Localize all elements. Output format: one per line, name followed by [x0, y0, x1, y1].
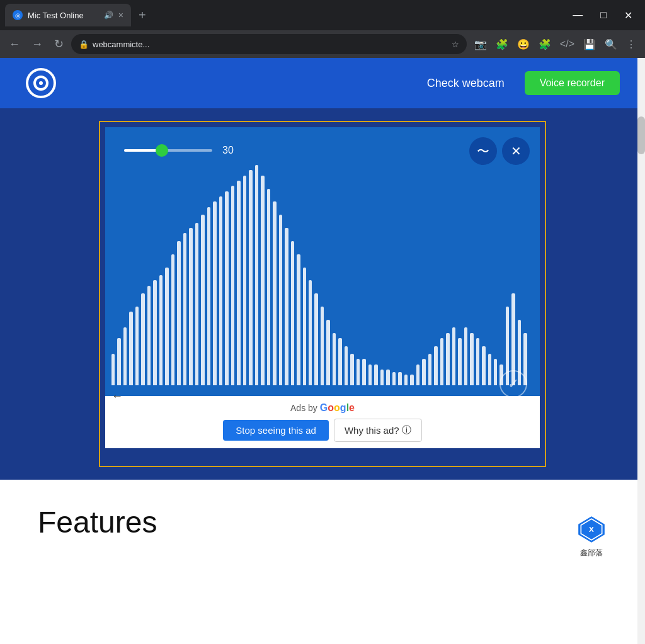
- refresh-button[interactable]: ↻: [50, 35, 67, 54]
- viz-bar: [279, 215, 282, 385]
- info-icon: ⓘ: [402, 424, 411, 436]
- tab-favicon: ◎: [13, 10, 23, 20]
- features-title: Features: [38, 505, 607, 539]
- lock-icon: 🔒: [79, 40, 89, 49]
- viz-bar: [153, 280, 156, 385]
- viz-bar: [183, 233, 186, 385]
- camera-icon[interactable]: 📷: [471, 36, 491, 53]
- viz-bar: [434, 346, 437, 386]
- viz-bar: [464, 327, 467, 385]
- features-logo-icon: X: [576, 514, 607, 545]
- extensions-icon[interactable]: 🧩: [492, 36, 512, 53]
- viz-bar: [338, 338, 341, 385]
- viz-bar: [452, 327, 455, 385]
- viz-bar: [267, 189, 270, 386]
- google-logo: Google: [320, 402, 355, 414]
- viz-bar: [249, 170, 252, 385]
- slider-thumb[interactable]: [156, 144, 168, 157]
- voice-recorder-button[interactable]: Voice recorder: [525, 71, 620, 95]
- emoji-icon[interactable]: 😀: [513, 36, 534, 53]
- why-this-button[interactable]: Why this ad? ⓘ: [334, 419, 422, 442]
- viz-bar: [470, 333, 473, 385]
- viz-bar: [219, 196, 222, 385]
- viz-bar: [446, 333, 449, 385]
- viz-bar: [374, 364, 377, 385]
- viz-bar: [255, 165, 258, 385]
- svg-text:X: X: [589, 525, 594, 533]
- viz-bar: [422, 359, 425, 385]
- viz-bar: [285, 228, 288, 385]
- more-icon[interactable]: ⋮: [622, 36, 640, 53]
- tab-title: Mic Test Online: [28, 11, 99, 20]
- viz-bar: [207, 207, 210, 385]
- viz-bar: [476, 338, 479, 385]
- bookmark-icon: ☆: [452, 40, 459, 49]
- viz-bar: [123, 327, 127, 385]
- viz-bar: [243, 176, 246, 385]
- viz-bar: [326, 320, 329, 385]
- features-logo: X 鑫部落: [576, 514, 607, 558]
- site-header: Check webcam Voice recorder: [0, 58, 645, 108]
- viz-bar: [303, 268, 306, 386]
- maximize-button[interactable]: □: [593, 7, 614, 24]
- ad-inner: 30 〜 ✕ ✓ ← Ads by: [105, 127, 540, 448]
- active-tab[interactable]: ◎ Mic Test Online 🔊 ×: [5, 4, 131, 26]
- stop-seeing-button[interactable]: Stop seeing this ad: [223, 420, 329, 441]
- minimize-button[interactable]: —: [565, 7, 590, 24]
- ad-container: 30 〜 ✕ ✓ ← Ads by: [99, 121, 546, 467]
- scrollbar-thumb[interactable]: [637, 116, 645, 154]
- viz-bar: [410, 375, 413, 385]
- why-this-text: Why this ad?: [345, 425, 399, 436]
- tab-audio-icon: 🔊: [104, 11, 113, 20]
- viz-bar: [386, 370, 389, 385]
- viz-bar: [225, 191, 228, 385]
- volume-slider[interactable]: [124, 149, 212, 152]
- viz-bar: [111, 354, 115, 385]
- search-icon[interactable]: 🔍: [601, 36, 621, 53]
- viz-bar: [458, 338, 461, 385]
- back-button[interactable]: ←: [5, 35, 24, 54]
- viz-bar: [117, 338, 120, 385]
- puzzle-icon[interactable]: 🧩: [535, 36, 555, 53]
- viz-bar: [345, 346, 348, 386]
- scrollbar[interactable]: [637, 58, 645, 644]
- close-window-button[interactable]: ✕: [617, 7, 640, 24]
- new-tab-button[interactable]: +: [134, 6, 151, 25]
- viz-bar: [165, 268, 168, 386]
- ads-by-text: Ads by: [290, 403, 317, 413]
- viz-bar: [488, 354, 491, 385]
- toolbar-icons: 📷 🧩 😀 🧩 </> 💾 🔍 ⋮: [471, 36, 640, 53]
- audio-waveform-button[interactable]: 〜: [469, 137, 497, 165]
- forward-button[interactable]: →: [28, 35, 47, 54]
- logo-icon: [25, 67, 57, 99]
- viz-bar: [213, 201, 216, 385]
- browser-toolbar: ← → ↻ 🔒 webcammicte... ☆ 📷 🧩 😀 🧩 </> 💾 🔍…: [0, 30, 645, 58]
- viz-bar: [362, 359, 365, 385]
- viz-bar: [195, 223, 198, 385]
- close-ad-button[interactable]: ✕: [502, 137, 530, 165]
- tab-strip: ◎ Mic Test Online 🔊 × +: [5, 4, 560, 26]
- features-logo-text: 鑫部落: [580, 548, 603, 558]
- tab-close-button[interactable]: ×: [118, 10, 123, 20]
- viz-bar: [482, 346, 485, 386]
- check-icon: ✓: [499, 370, 527, 398]
- slider-value: 30: [222, 145, 234, 156]
- code-icon[interactable]: </>: [556, 36, 578, 52]
- viz-bar: [171, 254, 174, 385]
- ad-actions: Stop seeing this ad Why this ad? ⓘ: [223, 419, 421, 442]
- save-icon[interactable]: 💾: [579, 36, 600, 53]
- viz-bar: [177, 241, 180, 385]
- frequency-visualizer: [105, 165, 540, 385]
- viz-bar: [392, 372, 396, 385]
- viz-bar: [291, 241, 294, 385]
- address-bar[interactable]: 🔒 webcammicte... ☆: [71, 34, 467, 54]
- viz-bar: [404, 375, 408, 385]
- browser-titlebar: ◎ Mic Test Online 🔊 × + — □ ✕: [0, 0, 645, 30]
- slider-row: 30: [124, 145, 234, 156]
- viz-bar: [440, 338, 443, 385]
- viz-bar: [237, 181, 240, 385]
- viz-bar: [380, 370, 384, 385]
- action-buttons: 〜 ✕: [469, 137, 530, 165]
- check-webcam-link[interactable]: Check webcam: [427, 77, 505, 90]
- back-arrow[interactable]: ←: [111, 390, 123, 403]
